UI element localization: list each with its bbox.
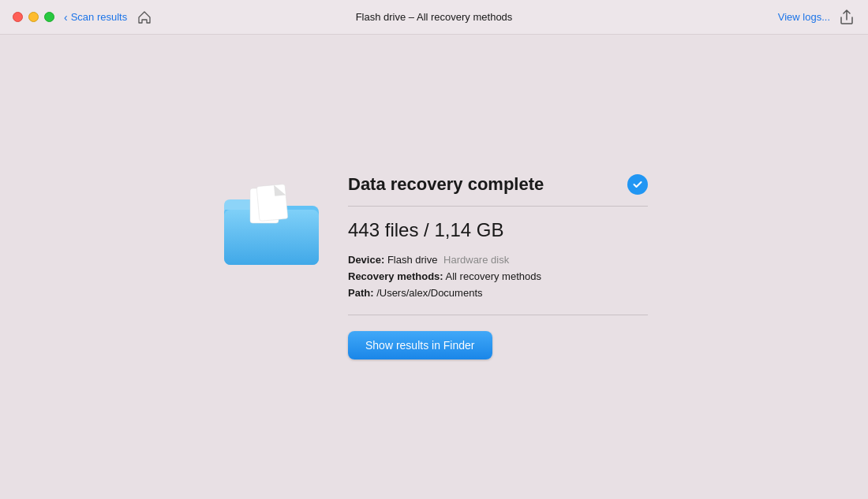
titlebar-left: ‹ Scan results (13, 9, 170, 25)
recovery-methods-value: All recovery methods (446, 270, 541, 282)
detail-device: Device: Flash drive Hardware disk (348, 254, 648, 266)
recovery-methods-label: Recovery methods: (348, 270, 443, 282)
maximize-button[interactable] (44, 12, 54, 22)
recovery-card: Data recovery complete 443 files / 1,14 … (220, 174, 648, 359)
details-section: Device: Flash drive Hardware disk Recove… (348, 254, 648, 315)
device-value: Flash drive (387, 254, 438, 266)
view-logs-button[interactable]: View logs... (778, 11, 830, 23)
show-results-button[interactable]: Show results in Finder (348, 331, 492, 359)
path-value: /Users/alex/Documents (376, 287, 482, 299)
chevron-left-icon: ‹ (64, 11, 68, 24)
folder-icon (220, 182, 323, 269)
device-label: Device: (348, 254, 384, 266)
traffic-lights (13, 12, 54, 22)
recovery-title: Data recovery complete (348, 174, 544, 195)
info-header: Data recovery complete (348, 174, 648, 207)
path-label: Path: (348, 287, 374, 299)
home-button[interactable] (137, 9, 152, 25)
device-secondary: Hardware disk (443, 254, 509, 266)
close-button[interactable] (13, 12, 23, 22)
info-panel: Data recovery complete 443 files / 1,14 … (348, 174, 648, 359)
share-button[interactable] (840, 9, 855, 25)
check-circle-icon (627, 174, 648, 195)
window-title: Flash drive – All recovery methods (356, 11, 513, 23)
detail-path: Path: /Users/alex/Documents (348, 287, 648, 299)
back-nav-label: Scan results (71, 11, 128, 23)
main-content: Data recovery complete 443 files / 1,14 … (0, 35, 868, 499)
titlebar: ‹ Scan results Flash drive – All recover… (0, 0, 868, 35)
minimize-button[interactable] (28, 12, 39, 22)
back-nav[interactable]: ‹ Scan results (64, 11, 127, 24)
svg-rect-3 (256, 184, 288, 222)
detail-recovery-methods: Recovery methods: All recovery methods (348, 270, 648, 282)
titlebar-right: View logs... (698, 9, 855, 25)
file-count: 443 files / 1,14 GB (348, 219, 648, 241)
